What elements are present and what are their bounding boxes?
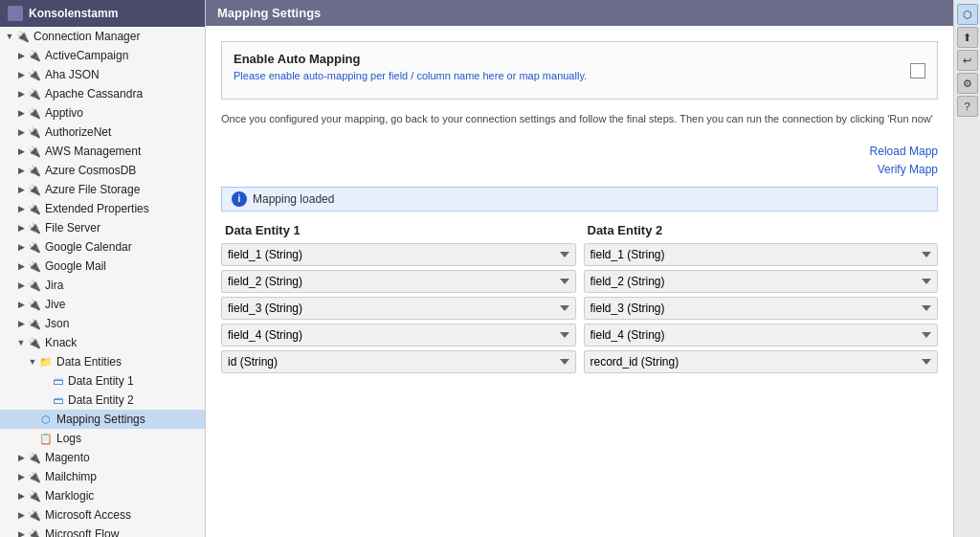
auto-map-title: Enable Auto Mapping bbox=[234, 52, 587, 66]
mapping-headers: Data Entity 1 Data Entity 2 bbox=[221, 223, 938, 237]
logs-icon: 📋 bbox=[38, 431, 54, 446]
sidebar-item-apptivo[interactable]: ▶ 🔌 Apptivo bbox=[0, 103, 205, 123]
connection-manager-label: Connection Manager bbox=[33, 30, 140, 43]
auto-mapping-section: Enable Auto Mapping Please enable auto-m… bbox=[221, 41, 938, 100]
entity1-field-0[interactable]: field_1 (String) bbox=[221, 243, 576, 266]
right-btn-undo[interactable]: ↩ bbox=[957, 50, 978, 71]
mapping-row-2: field_3 (String) field_3 (String) bbox=[221, 297, 938, 320]
sidebar-item-jira[interactable]: ▶ 🔌 Jira bbox=[0, 276, 205, 295]
ahajson-icon: 🔌 bbox=[27, 67, 42, 82]
reload-mapping-link[interactable]: Reload Mapp bbox=[221, 143, 938, 161]
info-icon: i bbox=[232, 191, 247, 207]
entity2-field-3[interactable]: field_4 (String) bbox=[584, 324, 939, 347]
activecampaign-icon: 🔌 bbox=[27, 48, 42, 63]
sidebar-item-azure-cosmos[interactable]: ▶ 🔌 Azure CosmosDB bbox=[0, 161, 205, 180]
arrow-connection-manager: ▼ bbox=[4, 32, 15, 41]
magento-icon: 🔌 bbox=[27, 450, 42, 465]
auto-map-checkbox[interactable] bbox=[910, 63, 925, 78]
extended-props-icon: 🔌 bbox=[27, 201, 42, 216]
entity2-field-2[interactable]: field_3 (String) bbox=[584, 297, 939, 320]
entity2-field-0[interactable]: field_1 (String) bbox=[584, 243, 939, 266]
entity1-field-1[interactable]: field_2 (String) bbox=[221, 270, 576, 293]
reload-verify-links: Reload Mapp Verify Mapp bbox=[221, 143, 938, 179]
azure-cosmos-icon: 🔌 bbox=[27, 163, 42, 178]
sidebar-item-mapping-settings[interactable]: ⬡ Mapping Settings bbox=[0, 410, 205, 429]
main-content: Enable Auto Mapping Please enable auto-m… bbox=[206, 26, 953, 537]
sidebar-item-aws[interactable]: ▶ 🔌 AWS Management bbox=[0, 142, 205, 161]
sidebar-item-ms-access[interactable]: ▶ 🔌 Microsoft Access bbox=[0, 505, 205, 525]
mapping-row-4: id (String) record_id (String) bbox=[221, 350, 938, 373]
sidebar-item-data-entity-2[interactable]: 🗃 Data Entity 2 bbox=[0, 391, 205, 410]
sidebar-item-google-mail[interactable]: ▶ 🔌 Google Mail bbox=[0, 257, 205, 276]
entity1-field-3[interactable]: field_4 (String) bbox=[221, 324, 576, 347]
sidebar-item-data-entity-1[interactable]: 🗃 Data Entity 1 bbox=[0, 371, 205, 391]
authorizenet-icon: 🔌 bbox=[27, 124, 42, 140]
sidebar-item-azure-file[interactable]: ▶ 🔌 Azure File Storage bbox=[0, 180, 205, 199]
sidebar-item-mailchimp[interactable]: ▶ 🔌 Mailchimp bbox=[0, 467, 205, 486]
mapping-row-1: field_2 (String) field_2 (String) bbox=[221, 270, 938, 293]
connection-manager-icon: 🔌 bbox=[15, 29, 31, 44]
mapping-loaded-label: Mapping loaded bbox=[253, 192, 334, 206]
data-entity-1-icon: 🗃 bbox=[50, 373, 65, 389]
right-panel: ⬡ ⬆ ↩ ⚙ ? bbox=[953, 0, 980, 537]
sidebar-root-label: Konsolenstamm bbox=[29, 7, 118, 20]
entity1-field-2[interactable]: field_3 (String) bbox=[221, 297, 576, 320]
data-entities-icon: 📁 bbox=[38, 354, 54, 369]
right-btn-upload[interactable]: ⬆ bbox=[957, 27, 978, 48]
google-calendar-icon: 🔌 bbox=[27, 239, 42, 255]
sidebar-item-jive[interactable]: ▶ 🔌 Jive bbox=[0, 295, 205, 314]
auto-map-subtitle: Please enable auto-mapping per field / c… bbox=[234, 70, 587, 81]
main-title: Mapping Settings bbox=[217, 6, 321, 20]
root-icon bbox=[8, 6, 23, 21]
sidebar-root: Konsolenstamm bbox=[0, 0, 205, 27]
right-btn-help[interactable]: ? bbox=[957, 96, 978, 117]
mapping-loaded-bar: i Mapping loaded bbox=[221, 187, 938, 212]
mapping-row-3: field_4 (String) field_4 (String) bbox=[221, 324, 938, 347]
google-mail-icon: 🔌 bbox=[27, 258, 42, 274]
sidebar-item-ms-flow[interactable]: ▶ 🔌 Microsoft Flow bbox=[0, 525, 205, 537]
sidebar-item-knack[interactable]: ▼ 🔌 Knack bbox=[0, 333, 205, 352]
knack-icon: 🔌 bbox=[27, 335, 42, 350]
entity1-header: Data Entity 1 bbox=[221, 223, 576, 237]
mailchimp-icon: 🔌 bbox=[27, 469, 42, 484]
jive-icon: 🔌 bbox=[27, 297, 42, 312]
right-btn-settings[interactable]: ⚙ bbox=[957, 73, 978, 94]
ms-flow-icon: 🔌 bbox=[27, 526, 42, 537]
sidebar-item-data-entities[interactable]: ▼ 📁 Data Entities bbox=[0, 352, 205, 371]
azure-file-icon: 🔌 bbox=[27, 182, 42, 197]
sidebar-item-marklogic[interactable]: ▶ 🔌 Marklogic bbox=[0, 486, 205, 505]
apptivo-icon: 🔌 bbox=[27, 105, 42, 121]
data-entity-2-icon: 🗃 bbox=[50, 392, 65, 408]
sidebar-item-google-calendar[interactable]: ▶ 🔌 Google Calendar bbox=[0, 237, 205, 257]
entity1-field-4[interactable]: id (String) bbox=[221, 350, 576, 373]
cassandra-icon: 🔌 bbox=[27, 86, 42, 101]
sidebar-item-json[interactable]: ▶ 🔌 Json bbox=[0, 314, 205, 333]
sidebar-item-connection-manager[interactable]: ▼ 🔌 Connection Manager bbox=[0, 27, 205, 46]
sidebar-item-extended-props[interactable]: ▶ 🔌 Extended Properties bbox=[0, 199, 205, 218]
sidebar-item-file-server[interactable]: ▶ 🔌 File Server bbox=[0, 218, 205, 237]
mapping-row-0: field_1 (String) field_1 (String) bbox=[221, 243, 938, 266]
right-btn-map[interactable]: ⬡ bbox=[957, 4, 978, 25]
sidebar-item-apache-cassandra[interactable]: ▶ 🔌 Apache Cassandra bbox=[0, 84, 205, 103]
aws-icon: 🔌 bbox=[27, 144, 42, 159]
info-text: Once you configured your mapping, go bac… bbox=[221, 111, 938, 127]
entity2-field-4[interactable]: record_id (String) bbox=[584, 350, 939, 373]
sidebar-item-ahajson[interactable]: ▶ 🔌 Aha JSON bbox=[0, 65, 205, 84]
ms-access-icon: 🔌 bbox=[27, 507, 42, 523]
main-titlebar: Mapping Settings bbox=[206, 0, 953, 26]
jira-icon: 🔌 bbox=[27, 278, 42, 293]
sidebar-item-authorizenet[interactable]: ▶ 🔌 AuthorizeNet bbox=[0, 123, 205, 142]
verify-mapping-link[interactable]: Verify Mapp bbox=[221, 161, 938, 179]
sidebar-item-magento[interactable]: ▶ 🔌 Magento bbox=[0, 448, 205, 467]
mapping-settings-icon: ⬡ bbox=[38, 412, 54, 427]
sidebar-item-activecampaign[interactable]: ▶ 🔌 ActiveCampaign bbox=[0, 46, 205, 65]
main-panel: Mapping Settings Enable Auto Mapping Ple… bbox=[206, 0, 953, 537]
file-server-icon: 🔌 bbox=[27, 220, 42, 235]
json-icon: 🔌 bbox=[27, 316, 42, 331]
sidebar: Konsolenstamm ▼ 🔌 Connection Manager ▶ 🔌… bbox=[0, 0, 206, 537]
entity2-field-1[interactable]: field_2 (String) bbox=[584, 270, 939, 293]
marklogic-icon: 🔌 bbox=[27, 488, 42, 503]
entity2-header: Data Entity 2 bbox=[584, 223, 939, 237]
sidebar-item-logs[interactable]: 📋 Logs bbox=[0, 429, 205, 448]
